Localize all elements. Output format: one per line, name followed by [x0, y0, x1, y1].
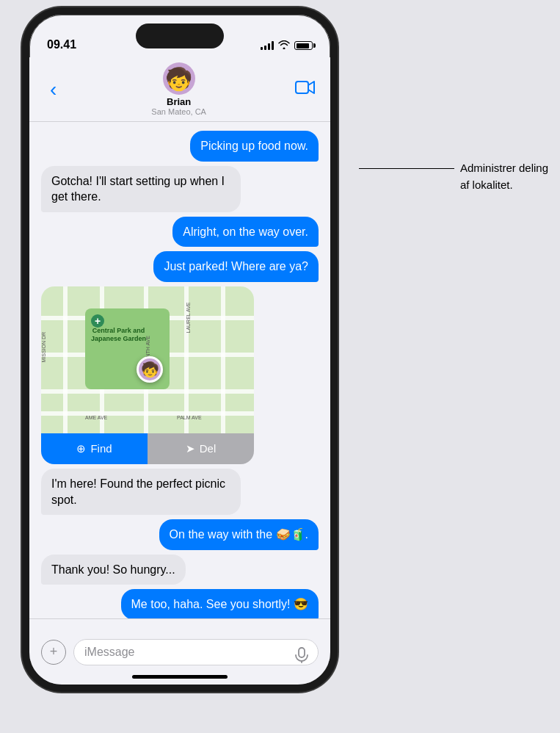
message-bubble[interactable]: On the way with the 🥪🧃.	[159, 519, 319, 550]
road-label-palm: PALM AVE	[177, 415, 202, 420]
message-row: Just parked! Where are ya?	[41, 251, 319, 282]
annotation-text: Administrer deling af lokalitet.	[460, 160, 548, 193]
chat-area: Picking up food now. Gotcha! I'll start …	[29, 122, 330, 618]
message-bubble[interactable]: Thank you! So hungry...	[41, 555, 186, 585]
message-row: Me too, haha. See you shortly! 😎	[41, 589, 319, 618]
annotation: Administrer deling af lokalitet.	[359, 160, 548, 193]
message-row: Gotcha! I'll start setting up when I get…	[41, 166, 319, 212]
svg-rect-0	[296, 82, 308, 93]
battery-icon	[294, 41, 313, 50]
park-label: Central Park and Japanese Garden	[91, 327, 146, 343]
avatar: 🧒	[163, 62, 195, 95]
status-time: 09.41	[47, 38, 76, 53]
message-row: On the way with the 🥪🧃.	[41, 519, 319, 550]
message-row: I'm here! Found the perfect picnic spot.	[41, 469, 319, 515]
add-button[interactable]: +	[41, 640, 66, 665]
road-label-mission: MISSION DR	[41, 332, 46, 363]
del-direction-icon: ➤	[186, 442, 195, 455]
message-row: Thank you! So hungry...	[41, 555, 319, 585]
road-label-ame: AME AVE	[85, 415, 107, 420]
status-icons	[261, 40, 313, 53]
dynamic-island	[136, 24, 224, 48]
message-bubble[interactable]: Just parked! Where are ya?	[153, 251, 319, 282]
message-row: + Central Park and Japanese Garden MISSI…	[41, 286, 319, 464]
home-indicator	[132, 675, 228, 679]
find-button[interactable]: ⊕ Find	[41, 433, 148, 464]
message-bubble[interactable]: Me too, haha. See you shortly! 😎	[121, 589, 319, 618]
nav-header: ‹ 🧒 Brian San Mateo, CA	[29, 57, 330, 122]
message-row: Picking up food now.	[41, 131, 319, 162]
mic-button[interactable]	[294, 647, 310, 667]
map-buttons: ⊕ Find ➤ Del	[41, 433, 254, 464]
del-button[interactable]: ➤ Del	[148, 433, 254, 464]
message-bubble[interactable]: Gotcha! I'll start setting up when I get…	[41, 166, 241, 212]
back-button[interactable]: ‹	[44, 72, 62, 107]
map-avatar-pin: 🧒	[137, 356, 163, 383]
svg-rect-1	[299, 648, 305, 657]
message-input[interactable]: iMessage	[73, 639, 319, 665]
contact-name: Brian	[167, 96, 191, 107]
message-row: Alright, on the way over.	[41, 217, 319, 248]
phone-frame: 09.41 ‹ �	[22, 7, 338, 692]
contact-info[interactable]: 🧒 Brian San Mateo, CA	[151, 62, 206, 116]
annotation-line	[359, 168, 454, 169]
map-bubble[interactable]: + Central Park and Japanese Garden MISSI…	[41, 286, 254, 464]
map-view[interactable]: + Central Park and Japanese Garden MISSI…	[41, 286, 254, 433]
message-bubble[interactable]: Alright, on the way over.	[172, 217, 319, 248]
road-label-laurel: LAUREL AVE	[186, 302, 191, 333]
message-bubble[interactable]: Picking up food now.	[190, 131, 319, 162]
contact-subtitle: San Mateo, CA	[151, 107, 206, 116]
find-icon: ⊕	[76, 442, 86, 455]
message-bubble[interactable]: I'm here! Found the perfect picnic spot.	[41, 469, 241, 515]
wifi-icon	[278, 40, 290, 51]
video-call-button[interactable]	[295, 79, 316, 100]
signal-icon	[261, 41, 274, 50]
